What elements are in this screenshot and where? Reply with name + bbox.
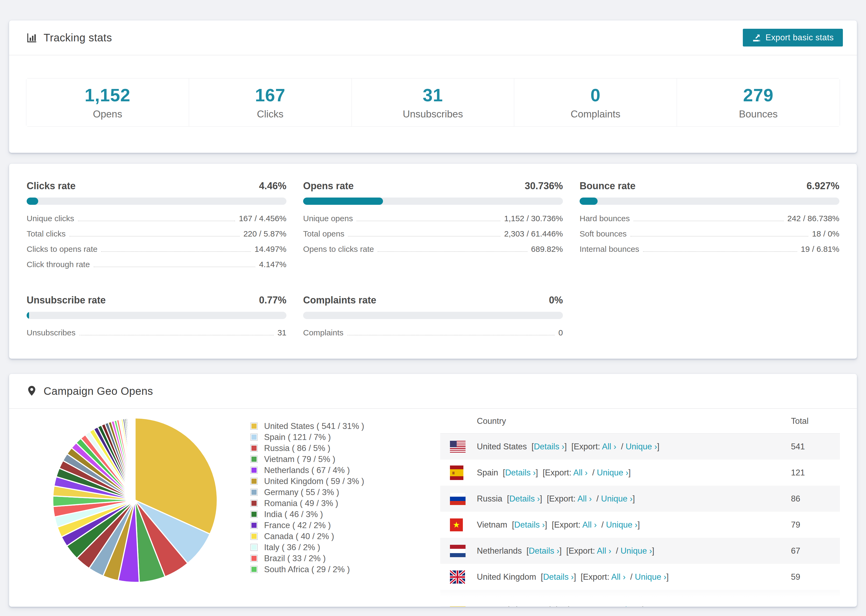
export-basic-stats-button[interactable]: Export basic stats bbox=[743, 29, 843, 47]
legend-item: Netherlands ( 67 / 4% ) bbox=[250, 465, 440, 476]
export-unique-link[interactable]: Unique › bbox=[620, 546, 652, 556]
rate-detail-row: Opens to clicks rate 689.82% bbox=[303, 245, 563, 260]
geo-table: Country Total United States [Details ›] … bbox=[440, 409, 840, 607]
geo-opens-pie-chart bbox=[52, 417, 218, 583]
export-all-link[interactable]: All › bbox=[582, 520, 597, 530]
export-all-link[interactable]: All › bbox=[611, 572, 625, 581]
legend-label: United States ( 541 / 31% ) bbox=[264, 421, 364, 431]
rate-progress-fill bbox=[303, 198, 383, 205]
rate-value: 0% bbox=[549, 295, 563, 306]
rate-progress-bar bbox=[27, 312, 287, 319]
country-total: 79 bbox=[791, 520, 840, 530]
dotted-leader bbox=[357, 221, 500, 221]
dotted-leader bbox=[78, 221, 235, 221]
details-link[interactable]: Details › bbox=[529, 546, 559, 556]
export-unique-link[interactable]: Unique › bbox=[597, 468, 628, 477]
rate-detail-row: Unsubscribes 31 bbox=[27, 328, 287, 344]
country-cell: United Kingdom [Details ›] [Export: All … bbox=[477, 572, 791, 582]
export-unique-link[interactable]: Unique › bbox=[601, 494, 633, 503]
flag-es bbox=[450, 465, 463, 480]
legend-item: United States ( 541 / 31% ) bbox=[250, 421, 440, 432]
geo-table-row: United States [Details ›] [Export: All ›… bbox=[440, 434, 840, 460]
details-link[interactable]: Details › bbox=[534, 442, 565, 451]
rate-title: Unsubscribe rate bbox=[27, 295, 106, 306]
legend-swatch bbox=[250, 566, 258, 573]
legend-swatch bbox=[250, 533, 258, 540]
stat-tile: 167 Clicks bbox=[189, 79, 352, 126]
details-link[interactable]: Details › bbox=[518, 598, 549, 607]
rate-detail-row: Clicks to opens rate 14.497% bbox=[27, 245, 287, 260]
legend-item: Canada ( 40 / 2% ) bbox=[250, 531, 440, 542]
country-name: Russia bbox=[477, 494, 502, 503]
geo-title: Campaign Geo Opens bbox=[26, 385, 153, 397]
country-cell: Germany [Details ›] [Export: All › / Uni… bbox=[477, 598, 791, 607]
map-pin-icon bbox=[26, 385, 38, 397]
stat-tile: 279 Bounces bbox=[677, 79, 840, 126]
country-flag-cell bbox=[450, 570, 477, 584]
country-total: 86 bbox=[791, 494, 840, 504]
rate-detail-label: Internal bounces bbox=[579, 245, 639, 254]
country-name: Vietnam bbox=[477, 520, 507, 530]
legend-label: Brazil ( 33 / 2% ) bbox=[264, 554, 326, 563]
legend-item: India ( 46 / 3% ) bbox=[250, 509, 440, 520]
rate-title: Complaints rate bbox=[303, 295, 376, 306]
rate-panel: Opens rate 30.736% Unique opens 1,152 / … bbox=[303, 180, 563, 275]
rate-detail-row: Total opens 2,303 / 61.446% bbox=[303, 229, 563, 245]
rate-detail-value: 220 / 5.87% bbox=[243, 229, 287, 238]
rate-detail-label: Total opens bbox=[303, 229, 344, 238]
country-cell: Spain [Details ›] [Export: All › / Uniqu… bbox=[477, 468, 791, 478]
export-unique-link[interactable]: Unique › bbox=[625, 442, 657, 451]
legend-swatch bbox=[250, 511, 258, 518]
legend-item: Vietnam ( 79 / 5% ) bbox=[250, 454, 440, 465]
country-name: United States bbox=[477, 442, 527, 451]
country-name: Netherlands bbox=[477, 546, 522, 556]
rate-detail-label: Clicks to opens rate bbox=[27, 245, 98, 254]
export-all-link[interactable]: All › bbox=[573, 468, 587, 477]
rate-detail-value: 167 / 4.456% bbox=[239, 214, 287, 223]
country-name: Germany bbox=[477, 598, 511, 607]
rate-value: 4.46% bbox=[259, 180, 287, 192]
legend-swatch bbox=[250, 489, 258, 496]
export-unique-link[interactable]: Unique › bbox=[635, 572, 666, 581]
flag-vn: ★ bbox=[450, 519, 463, 531]
rate-detail-row: Unique clicks 167 / 4.456% bbox=[27, 214, 287, 229]
export-all-link[interactable]: All › bbox=[586, 598, 601, 607]
details-link[interactable]: Details › bbox=[514, 520, 545, 530]
legend-swatch bbox=[250, 544, 258, 551]
geo-title-text: Campaign Geo Opens bbox=[44, 385, 153, 397]
country-total: 59 bbox=[791, 572, 840, 582]
details-link[interactable]: Details › bbox=[543, 572, 574, 581]
tracking-stats-title-text: Tracking stats bbox=[44, 32, 112, 44]
rate-detail-label: Click through rate bbox=[27, 260, 90, 269]
geo-table-row: Russia [Details ›] [Export: All › / Uniq… bbox=[440, 486, 840, 512]
legend-item: Brazil ( 33 / 2% ) bbox=[250, 553, 440, 564]
rate-progress-fill bbox=[27, 198, 38, 205]
stat-label: Unsubscribes bbox=[403, 108, 463, 120]
dotted-leader bbox=[634, 221, 784, 221]
export-all-link[interactable]: All › bbox=[602, 442, 616, 451]
dotted-leader bbox=[69, 236, 239, 237]
details-link[interactable]: Details › bbox=[505, 468, 536, 477]
rate-detail-row: Soft bounces 18 / 0% bbox=[579, 229, 839, 245]
rate-detail-label: Soft bounces bbox=[579, 229, 627, 238]
tracking-stats-header: Tracking stats Export basic stats bbox=[9, 20, 857, 55]
country-cell: United States [Details ›] [Export: All ›… bbox=[477, 442, 791, 451]
export-unique-link[interactable]: Unique › bbox=[606, 520, 638, 530]
export-icon bbox=[752, 33, 761, 42]
rate-value: 6.927% bbox=[806, 180, 839, 192]
rate-detail-value: 689.82% bbox=[531, 245, 563, 254]
rate-panel: Clicks rate 4.46% Unique clicks 167 / 4.… bbox=[27, 180, 287, 275]
export-all-link[interactable]: All › bbox=[597, 546, 611, 556]
export-unique-link[interactable]: Unique › bbox=[610, 598, 641, 607]
legend-item: Germany ( 55 / 3% ) bbox=[250, 487, 440, 498]
export-all-link[interactable]: All › bbox=[578, 494, 592, 503]
flag-gb bbox=[450, 570, 465, 584]
bar-chart-icon bbox=[26, 32, 38, 43]
rate-progress-fill bbox=[579, 198, 598, 205]
rate-detail-label: Opens to clicks rate bbox=[303, 245, 374, 254]
rate-progress-bar bbox=[27, 198, 287, 205]
flag-ru bbox=[450, 493, 466, 505]
details-link[interactable]: Details › bbox=[509, 494, 540, 503]
country-flag-cell: ★ bbox=[450, 519, 477, 531]
geo-table-row: Netherlands [Details ›] [Export: All › /… bbox=[440, 538, 840, 564]
